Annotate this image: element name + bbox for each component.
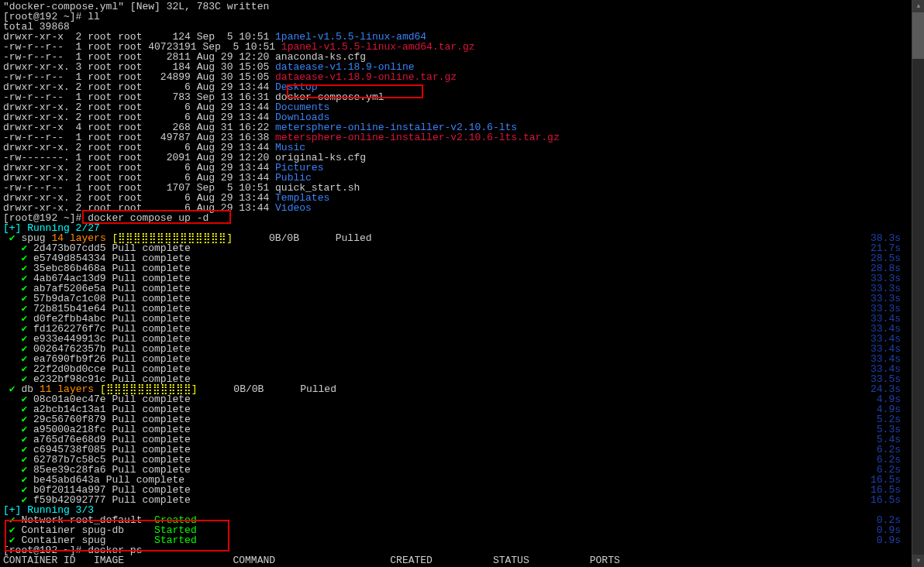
vim-status: "docker-compose.yml" [New] 32L, 783C wri… bbox=[3, 2, 921, 12]
scroll-up-button[interactable]: ▲ bbox=[912, 0, 924, 12]
ps-header: CONTAINER ID IMAGE COMMAND CREATED STATU… bbox=[3, 555, 921, 565]
prompt-line: [root@192 ~]# docker compose up -d bbox=[3, 213, 921, 223]
prompt-line: [root@192 ~]# ll bbox=[3, 12, 921, 22]
layer-pull: ✔ f59b42092777 Pull complete16.5s bbox=[3, 495, 921, 505]
scroll-thumb[interactable] bbox=[912, 12, 924, 59]
scrollbar[interactable]: ▲ ▼ bbox=[912, 0, 924, 567]
scroll-down-button[interactable]: ▼ bbox=[912, 555, 924, 567]
terminal-output[interactable]: "docker-compose.yml" [New] 32L, 783C wri… bbox=[3, 2, 921, 565]
